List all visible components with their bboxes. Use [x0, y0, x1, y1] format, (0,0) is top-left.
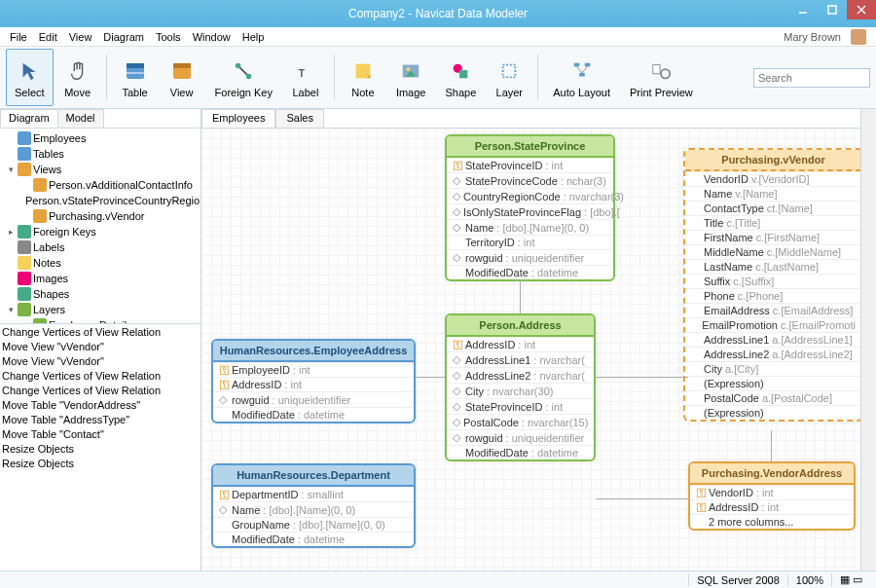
diagram-canvas[interactable]: HumanResources.EmployeeAddress ⚿Employee…	[201, 129, 860, 570]
tree-item[interactable]: Employees	[2, 130, 199, 146]
history-item[interactable]: Change Vertices of View Relation	[2, 385, 199, 399]
tree-item[interactable]: ▸Foreign Keys	[2, 224, 199, 239]
column-row: ◇Name: [dbo].[Name](0, 0)	[447, 219, 613, 235]
ribbon-toolbar: Select Move Table View Foreign Key TLabe…	[0, 47, 876, 109]
move-button[interactable]: Move	[55, 49, 100, 106]
doctab-sales[interactable]: Sales	[275, 109, 324, 128]
print-preview-button[interactable]: Print Preview	[621, 49, 702, 106]
window-title: Company2 - Navicat Data Modeler	[348, 7, 528, 20]
tree-item[interactable]: ▾Layers	[2, 302, 199, 317]
column-row: ⚿AddressID: int	[447, 337, 594, 351]
tree-item[interactable]: Shapes	[2, 286, 199, 302]
menu-file[interactable]: File	[4, 31, 33, 43]
menu-edit[interactable]: Edit	[33, 31, 63, 43]
column-row: ◇AddressLine1: nvarchar(	[447, 351, 594, 367]
column-row: City a.[City]	[685, 361, 860, 376]
svg-rect-5	[127, 63, 144, 68]
history-item[interactable]: Change Vertices of View Relation	[2, 370, 199, 385]
relation-line	[596, 498, 688, 499]
menu-view[interactable]: View	[63, 31, 98, 43]
column-row: ⚿EmployeeID: int	[213, 362, 414, 377]
tree-item[interactable]: Person.vStateProvinceCountryRegion	[2, 193, 199, 208]
status-icons[interactable]: ▦ ▭	[831, 573, 870, 586]
column-row: FirstName c.[FirstName]	[685, 230, 860, 244]
svg-rect-23	[579, 72, 585, 76]
tree-item[interactable]: Person.vAdditionalContactInfo	[2, 177, 199, 193]
column-row: EmailAddress c.[EmailAddress]	[685, 303, 860, 317]
tree-item[interactable]: ▾Views	[2, 162, 199, 177]
layer-button[interactable]: Layer	[487, 49, 531, 106]
column-row: (Expression)	[685, 405, 860, 420]
doctab-employees[interactable]: Employees	[201, 109, 275, 128]
select-button[interactable]: Select	[6, 49, 54, 106]
svg-rect-22	[584, 62, 590, 66]
menu-diagram[interactable]: Diagram	[97, 31, 150, 43]
user-label[interactable]: Mary Brown	[772, 29, 872, 45]
column-row: Suffix c.[Suffix]	[685, 274, 860, 288]
column-row: ContactType ct.[Name]	[685, 201, 860, 215]
entity-vendoraddress[interactable]: Purchasing.VendorAddress ⚿VendorID: int⚿…	[688, 461, 856, 531]
shape-button[interactable]: Shape	[436, 49, 485, 106]
entity-employeeaddress[interactable]: HumanResources.EmployeeAddress ⚿Employee…	[211, 339, 416, 423]
history-panel[interactable]: Change Vertices of View RelationMove Vie…	[0, 323, 201, 570]
search-box[interactable]	[753, 68, 870, 88]
view-button[interactable]: View	[160, 49, 204, 106]
column-row: VendorID v.[VendorID]	[685, 171, 860, 186]
column-row: Title c.[Title]	[685, 215, 860, 230]
tree-item[interactable]: Tables	[2, 146, 199, 162]
status-zoom[interactable]: 100%	[787, 574, 831, 586]
svg-rect-1	[828, 6, 836, 14]
svg-text:T: T	[299, 67, 306, 78]
history-item[interactable]: Resize Objects	[2, 458, 199, 472]
column-row: ⚿AddressID: int	[690, 499, 854, 514]
menu-window[interactable]: Window	[187, 31, 237, 43]
table-icon	[122, 57, 149, 85]
minimize-button[interactable]	[788, 0, 818, 19]
history-item[interactable]: Move View "vVendor"	[2, 341, 199, 355]
tree-item[interactable]: Notes	[2, 255, 199, 271]
auto-layout-button[interactable]: Auto Layout	[544, 49, 619, 106]
object-tree[interactable]: EmployeesTables▾ViewsPerson.vAdditionalC…	[0, 129, 201, 323]
entity-vvendor[interactable]: Purchasing.vVendor VendorID v.[VendorID]…	[683, 148, 860, 422]
svg-rect-13	[356, 63, 371, 78]
history-item[interactable]: Change Vertices of View Relation	[2, 326, 199, 341]
svg-line-11	[240, 67, 247, 74]
column-row: LastName c.[LastName]	[685, 259, 860, 274]
hand-icon	[64, 57, 91, 85]
entity-department[interactable]: HumanResources.Department ⚿DepartmentID:…	[211, 463, 416, 548]
column-row: ModifiedDate: datetime	[447, 445, 594, 459]
history-item[interactable]: Move Table "AddressType"	[2, 414, 199, 428]
foreign-key-button[interactable]: Foreign Key	[206, 49, 281, 106]
svg-rect-20	[503, 64, 516, 77]
layer-icon	[495, 57, 523, 85]
statusbar: SQL Server 2008 100% ▦ ▭	[0, 570, 876, 588]
history-item[interactable]: Move Table "Contact"	[2, 428, 199, 443]
column-row: ⚿VendorID: int	[690, 485, 854, 499]
tree-item[interactable]: Labels	[2, 239, 199, 255]
cursor-icon	[16, 57, 43, 85]
note-button[interactable]: Note	[341, 49, 385, 106]
history-item[interactable]: Move View "vVendor"	[2, 355, 199, 370]
entity-address[interactable]: Person.Address ⚿AddressID: int◇AddressLi…	[445, 313, 596, 461]
entity-stateprovince[interactable]: Person.StateProvince ⚿StateProvinceID: i…	[445, 134, 615, 281]
history-item[interactable]: Move Table "VendorAddress"	[2, 399, 199, 414]
sidetab-diagram[interactable]: Diagram	[0, 109, 58, 128]
history-item[interactable]: Resize Objects	[2, 443, 199, 458]
table-button[interactable]: Table	[113, 49, 158, 106]
titlebar: Company2 - Navicat Data Modeler	[0, 0, 876, 27]
maximize-button[interactable]	[818, 0, 847, 19]
column-row: ⚿StateProvinceID: int	[447, 158, 613, 172]
status-db: SQL Server 2008	[688, 574, 787, 586]
sidetab-model[interactable]: Model	[57, 109, 104, 128]
search-input[interactable]	[753, 68, 870, 88]
column-row: Name v.[Name]	[685, 186, 860, 201]
menu-tools[interactable]: Tools	[150, 31, 187, 43]
close-button[interactable]	[847, 0, 876, 19]
scrollbar[interactable]	[860, 109, 876, 570]
menu-help[interactable]: Help	[237, 31, 271, 43]
tree-item[interactable]: Purchasing.vVendor	[2, 208, 199, 224]
image-button[interactable]: Image	[387, 49, 435, 106]
svg-point-16	[407, 67, 411, 71]
tree-item[interactable]: Images	[2, 271, 199, 286]
label-button[interactable]: TLabel	[283, 49, 328, 106]
